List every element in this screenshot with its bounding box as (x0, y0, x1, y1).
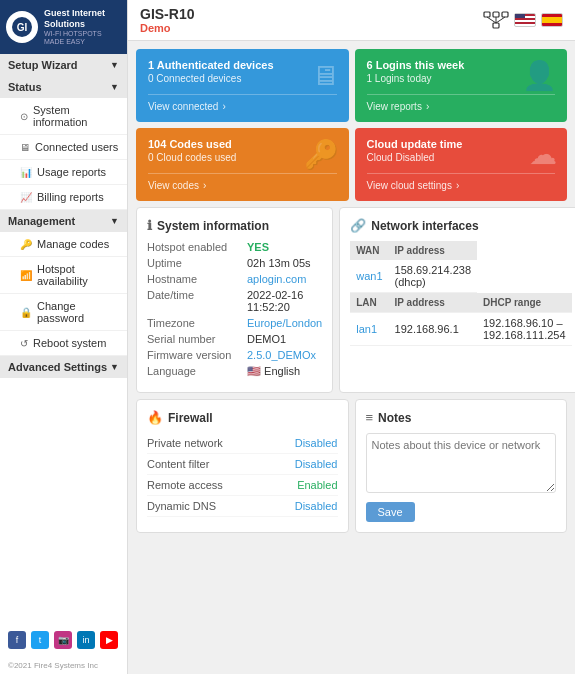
facebook-icon[interactable]: f (8, 631, 26, 649)
brand-name: Guest Internet Solutions (44, 8, 121, 30)
sysinfo-row: TimezoneEurope/London (147, 317, 322, 329)
firewall-label: Remote access (147, 479, 223, 491)
youtube-icon[interactable]: ▶ (100, 631, 118, 649)
stat-card-link[interactable]: View connected › (148, 94, 337, 112)
network-icon[interactable] (483, 11, 509, 29)
flag-es[interactable] (541, 13, 563, 27)
sidebar-logo: GI Guest Internet Solutions WI-FI HOTSPO… (0, 0, 127, 54)
svg-text:GI: GI (17, 22, 28, 33)
reboot-icon: ↺ (20, 338, 28, 349)
sysinfo-value[interactable]: aplogin.com (247, 273, 306, 285)
sysinfo-value[interactable]: 2.5.0_DEMOx (247, 349, 316, 361)
sysinfo-value: DEMO1 (247, 333, 286, 345)
sidebar-item-manage-codes[interactable]: 🔑 Manage codes (0, 232, 127, 257)
stat-card-sub: 1 Logins today (367, 73, 556, 84)
chevron-down-icon: ▼ (110, 216, 119, 226)
firewall-value[interactable]: Disabled (295, 458, 338, 470)
sidebar-section-management[interactable]: Management ▼ (0, 210, 127, 232)
sysinfo-label: Hostname (147, 273, 247, 285)
firewall-row: Content filterDisabled (147, 454, 338, 475)
save-button[interactable]: Save (366, 502, 415, 522)
chevron-right-icon: › (222, 101, 225, 112)
flag-us[interactable] (514, 13, 536, 27)
firewall-panel: 🔥 Firewall Private networkDisabledConten… (136, 399, 349, 533)
sysinfo-label: Timezone (147, 317, 247, 329)
system-info-title: ℹ System information (147, 218, 322, 233)
chevron-down-icon: ▼ (110, 82, 119, 92)
stat-card-cloud[interactable]: ☁ Cloud update time Cloud Disabled View … (355, 128, 568, 201)
stat-card-logins[interactable]: 👤 6 Logins this week 1 Logins today View… (355, 49, 568, 122)
firewall-value[interactable]: Disabled (295, 437, 338, 449)
notes-textarea[interactable] (366, 433, 557, 493)
table-row: wan1 158.69.214.238 (dhcp) (350, 260, 571, 293)
table-row: LAN IP address DHCP range (350, 293, 571, 313)
firewall-label: Dynamic DNS (147, 500, 216, 512)
firewall-value[interactable]: Disabled (295, 500, 338, 512)
sidebar-section-status[interactable]: Status ▼ (0, 76, 127, 98)
firewall-title: 🔥 Firewall (147, 410, 338, 425)
notes-panel: ≡ Notes Save (355, 399, 568, 533)
system-info-rows: Hotspot enabledYESUptime02h 13m 05sHostn… (147, 241, 322, 378)
network-table: WAN IP address wan1 158.69.214.238 (dhcp… (350, 241, 571, 346)
logo-text: Guest Internet Solutions WI-FI HOTSPOTS … (44, 8, 121, 46)
instagram-icon[interactable]: 📷 (54, 631, 72, 649)
firewall-row: Remote accessEnabled (147, 475, 338, 496)
info-icon: ℹ (147, 218, 152, 233)
firewall-value[interactable]: Enabled (297, 479, 337, 491)
sidebar-item-billing-reports[interactable]: 📈 Billing reports (0, 185, 127, 210)
stat-card-title: Cloud update time (367, 138, 556, 150)
twitter-icon[interactable]: t (31, 631, 49, 649)
social-links: f t 📷 in ▶ (0, 623, 127, 657)
sidebar-section-setup[interactable]: Setup Wizard ▼ (0, 54, 127, 76)
firewall-rows: Private networkDisabledContent filterDis… (147, 433, 338, 517)
svg-rect-3 (493, 12, 499, 17)
content-area: 🖥 1 Authenticated devices 0 Connected de… (128, 41, 575, 674)
stat-card-link[interactable]: View codes › (148, 173, 337, 191)
stat-card-authenticated[interactable]: 🖥 1 Authenticated devices 0 Connected de… (136, 49, 349, 122)
sysinfo-value: 02h 13m 05s (247, 257, 311, 269)
svg-line-8 (496, 17, 505, 23)
monitor-icon: 🖥 (20, 142, 30, 153)
stat-card-link[interactable]: View cloud settings › (367, 173, 556, 191)
main-content: GIS-R10 Demo (128, 0, 575, 674)
sidebar: GI Guest Internet Solutions WI-FI HOTSPO… (0, 0, 128, 674)
stat-card-sub: 0 Cloud codes used (148, 152, 337, 163)
sidebar-item-usage-reports[interactable]: 📊 Usage reports (0, 160, 127, 185)
stat-card-sub: 0 Connected devices (148, 73, 337, 84)
chevron-down-icon: ▼ (110, 362, 119, 372)
firewall-row: Dynamic DNSDisabled (147, 496, 338, 517)
sidebar-item-reboot-system[interactable]: ↺ Reboot system (0, 331, 127, 356)
sysinfo-row: Hotspot enabledYES (147, 241, 322, 253)
stat-card-codes[interactable]: 🔑 104 Codes used 0 Cloud codes used View… (136, 128, 349, 201)
stat-cards-top-row: 🖥 1 Authenticated devices 0 Connected de… (136, 49, 567, 122)
header: GIS-R10 Demo (128, 0, 575, 41)
stat-card-sub: Cloud Disabled (367, 152, 556, 163)
sysinfo-value: 🇺🇸 English (247, 365, 300, 378)
sysinfo-row: Uptime02h 13m 05s (147, 257, 322, 269)
sidebar-section-advanced[interactable]: Advanced Settings ▼ (0, 356, 127, 378)
system-info-icon: ⊙ (20, 111, 28, 122)
sysinfo-value: YES (247, 241, 269, 253)
sysinfo-label: Date/time (147, 289, 247, 313)
firewall-label: Content filter (147, 458, 209, 470)
sysinfo-row: Date/time2022-02-16 11:52:20 (147, 289, 322, 313)
chart-icon: 📊 (20, 167, 32, 178)
sysinfo-row: Language🇺🇸 English (147, 365, 322, 378)
info-panels-top-row: ℹ System information Hotspot enabledYESU… (136, 207, 567, 393)
sidebar-item-system-info[interactable]: ⊙ System information (0, 98, 127, 135)
sidebar-item-change-password[interactable]: 🔒 Change password (0, 294, 127, 331)
sysinfo-value[interactable]: Europe/London (247, 317, 322, 329)
chevron-right-icon: › (456, 180, 459, 191)
fire-icon: 🔥 (147, 410, 163, 425)
stat-card-link[interactable]: View reports › (367, 94, 556, 112)
firewall-label: Private network (147, 437, 223, 449)
firewall-row: Private networkDisabled (147, 433, 338, 454)
sidebar-item-connected-users[interactable]: 🖥 Connected users (0, 135, 127, 160)
sysinfo-label: Uptime (147, 257, 247, 269)
billing-icon: 📈 (20, 192, 32, 203)
linkedin-icon[interactable]: in (77, 631, 95, 649)
sysinfo-label: Firmware version (147, 349, 247, 361)
network-icon: 🔗 (350, 218, 366, 233)
sidebar-item-hotspot-availability[interactable]: 📶 Hotspot availability (0, 257, 127, 294)
sysinfo-label: Serial number (147, 333, 247, 345)
